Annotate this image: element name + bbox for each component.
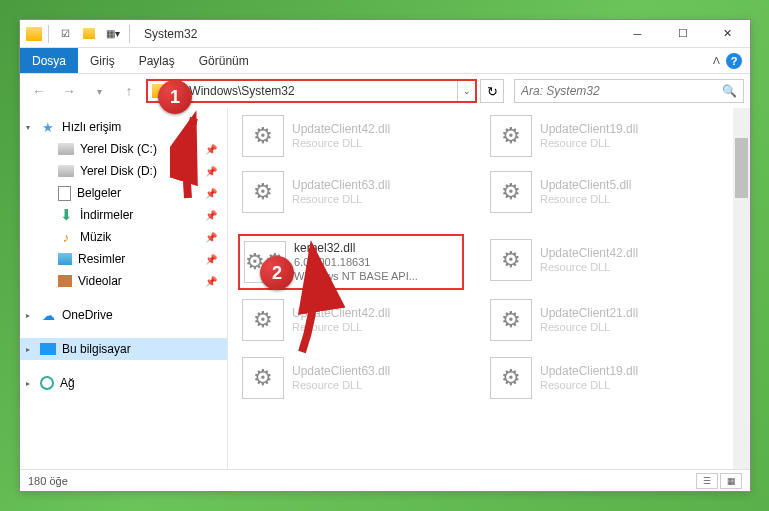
sidebar-network[interactable]: ▸Ağ [20, 372, 227, 394]
file-tile[interactable]: ⚙UpdateClient42.dllResource DLL [238, 110, 460, 162]
collapse-ribbon-icon[interactable]: ᐱ [713, 55, 720, 66]
view-details-button[interactable]: ☰ [696, 473, 718, 489]
vertical-scrollbar[interactable] [733, 108, 750, 469]
dll-icon: ⚙ [490, 239, 532, 281]
file-version: 6.0.6001.18631 [294, 256, 418, 270]
address-dropdown-icon[interactable]: ⌄ [457, 81, 475, 101]
pin-icon: 📌 [205, 232, 217, 243]
music-icon: ♪ [58, 229, 74, 245]
file-tile[interactable]: ⚙UpdateClient42.dllResource DLL [238, 294, 460, 346]
disk-icon [58, 165, 74, 177]
search-icon[interactable]: 🔍 [722, 84, 737, 98]
dll-icon: ⚙ [490, 171, 532, 213]
annotation-badge-2: 2 [260, 256, 294, 290]
chevron-down-icon[interactable]: ▾ [26, 123, 30, 132]
maximize-button[interactable]: ☐ [660, 20, 705, 48]
qat-newfolder-icon[interactable] [79, 24, 99, 44]
videos-icon [58, 275, 72, 287]
downloads-icon: ⬇ [58, 207, 74, 223]
nav-up-button[interactable]: ↑ [116, 78, 142, 104]
tab-share[interactable]: Paylaş [127, 48, 187, 73]
pin-icon: 📌 [205, 254, 217, 265]
explorer-window: ☑ ▦▾ System32 ─ ☐ ✕ Dosya Giriş Paylaş G… [19, 19, 751, 492]
file-tile[interactable]: ⚙UpdateClient21.dllResource DLL [486, 294, 708, 346]
dll-icon: ⚙ [242, 357, 284, 399]
file-tile[interactable]: ⚙UpdateClient5.dllResource DLL [486, 166, 708, 218]
close-button[interactable]: ✕ [705, 20, 750, 48]
file-tile[interactable]: ⚙UpdateClient63.dllResource DLL [238, 352, 460, 404]
file-description: Windows NT BASE API... [294, 270, 418, 284]
file-tile[interactable]: ⚙UpdateClient19.dllResource DLL [486, 110, 708, 162]
pin-icon: 📌 [205, 144, 217, 155]
file-view[interactable]: ⚙UpdateClient42.dllResource DLL ⚙UpdateC… [228, 108, 750, 469]
chevron-right-icon[interactable]: ▸ [26, 345, 30, 354]
search-box[interactable]: 🔍 [514, 79, 744, 103]
pin-icon: 📌 [205, 188, 217, 199]
qat-view-icon[interactable]: ▦▾ [103, 24, 123, 44]
search-input[interactable] [521, 84, 722, 98]
pin-icon: 📌 [205, 276, 217, 287]
dll-icon: ⚙ [242, 171, 284, 213]
disk-icon [58, 143, 74, 155]
dll-icon: ⚙ [490, 357, 532, 399]
navbar: ← → ▾ ↑ C:\Windows\System32 ⌄ ↻ 🔍 [20, 74, 750, 108]
file-name: kernel32.dll [294, 241, 418, 256]
qat-props-icon[interactable]: ☑ [55, 24, 75, 44]
file-tile[interactable]: ⚙UpdateClient42.dllResource DLL [486, 234, 708, 286]
sidebar-quickaccess[interactable]: ▾ ★ Hızlı erişim [20, 116, 227, 138]
titlebar: ☑ ▦▾ System32 ─ ☐ ✕ [20, 20, 750, 48]
dll-icon: ⚙ [242, 115, 284, 157]
chevron-right-icon[interactable]: ▸ [26, 379, 30, 388]
view-tiles-button[interactable]: ▦ [720, 473, 742, 489]
nav-recent-button[interactable]: ▾ [86, 78, 112, 104]
sidebar-item-videos[interactable]: Videolar📌 [20, 270, 227, 292]
annotation-badge-1: 1 [158, 80, 192, 114]
documents-icon [58, 186, 71, 201]
dll-icon: ⚙ [490, 299, 532, 341]
cloud-icon: ☁ [40, 307, 56, 323]
help-icon[interactable]: ? [726, 53, 742, 69]
chevron-right-icon[interactable]: ▸ [26, 311, 30, 320]
pictures-icon [58, 253, 72, 265]
tab-home[interactable]: Giriş [78, 48, 127, 73]
nav-back-button[interactable]: ← [26, 78, 52, 104]
tab-view[interactable]: Görünüm [187, 48, 261, 73]
star-icon: ★ [40, 119, 56, 135]
pin-icon: 📌 [205, 166, 217, 177]
nav-forward-button[interactable]: → [56, 78, 82, 104]
body: ▾ ★ Hızlı erişim Yerel Disk (C:)📌 Yerel … [20, 108, 750, 469]
statusbar: 180 öğe ☰ ▦ [20, 469, 750, 491]
sidebar-thispc[interactable]: ▸Bu bilgisayar [20, 338, 227, 360]
sidebar-item-downloads[interactable]: ⬇İndirmeler📌 [20, 204, 227, 226]
sidebar-label: Hızlı erişim [62, 120, 121, 134]
sidebar-item-disk-c[interactable]: Yerel Disk (C:)📌 [20, 138, 227, 160]
sidebar-onedrive[interactable]: ▸☁OneDrive [20, 304, 227, 326]
item-count: 180 öğe [28, 475, 68, 487]
dll-icon: ⚙ [242, 299, 284, 341]
minimize-button[interactable]: ─ [615, 20, 660, 48]
pin-icon: 📌 [205, 210, 217, 221]
pc-icon [40, 343, 56, 355]
scrollbar-thumb[interactable] [735, 138, 748, 198]
sidebar-item-documents[interactable]: Belgeler📌 [20, 182, 227, 204]
tab-file[interactable]: Dosya [20, 48, 78, 73]
sidebar: ▾ ★ Hızlı erişim Yerel Disk (C:)📌 Yerel … [20, 108, 228, 469]
refresh-button[interactable]: ↻ [480, 79, 504, 103]
sidebar-item-music[interactable]: ♪Müzik📌 [20, 226, 227, 248]
file-tile[interactable]: ⚙UpdateClient19.dllResource DLL [486, 352, 708, 404]
sidebar-item-pictures[interactable]: Resimler📌 [20, 248, 227, 270]
address-bar[interactable]: C:\Windows\System32 ⌄ [146, 79, 477, 103]
file-tile[interactable]: ⚙UpdateClient63.dllResource DLL [238, 166, 460, 218]
dll-icon: ⚙ [490, 115, 532, 157]
ribbon-tabs: Dosya Giriş Paylaş Görünüm ᐱ ? [20, 48, 750, 74]
address-path[interactable]: C:\Windows\System32 [172, 84, 457, 98]
window-title: System32 [144, 27, 197, 41]
sidebar-item-disk-d[interactable]: Yerel Disk (D:)📌 [20, 160, 227, 182]
network-icon [40, 376, 54, 390]
app-icon [26, 27, 42, 41]
